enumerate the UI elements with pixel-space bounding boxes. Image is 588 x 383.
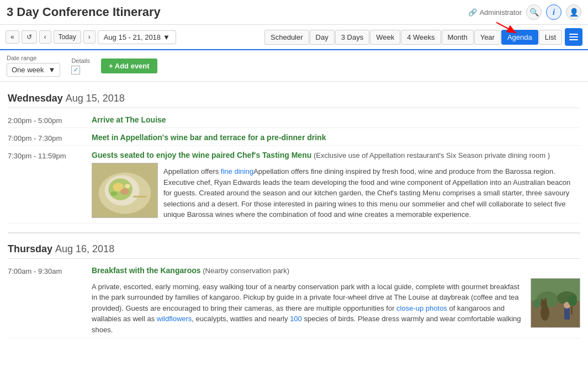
svg-point-17 <box>541 299 543 303</box>
tab-4weeks[interactable]: 4 Weeks <box>401 30 441 45</box>
event-row: 7:00am - 9:30am Breakfast with the Kanga… <box>8 263 580 339</box>
page-title: 3 Day Conference Itinerary <box>7 5 161 19</box>
tab-scheduler[interactable]: Scheduler <box>264 30 309 45</box>
dropdown-arrow: ▼ <box>49 66 56 74</box>
day-section-wednesday: Wednesday Aug 15, 2018 2:00pm - 5:00pm A… <box>8 87 580 224</box>
event-food-image <box>92 163 158 218</box>
kangaroo-event-content: A private, escorted, early morning, easy… <box>92 278 580 336</box>
kangaroo-image-svg <box>531 279 580 328</box>
nav-bar: « ↺ ‹ Today › Aug 15 - 21, 2018 ▼ Schedu… <box>0 25 588 50</box>
tab-3days[interactable]: 3 Days <box>335 30 369 45</box>
kangaroo-image <box>531 278 580 328</box>
date-range-control-label: Date range <box>7 55 60 61</box>
app-header: 3 Day Conference Itinerary 🔗 Administrat… <box>0 0 588 25</box>
calendar-content: Wednesday Aug 15, 2018 2:00pm - 5:00pm A… <box>0 82 588 353</box>
event-time: 7:00am - 9:30am <box>8 266 85 336</box>
event-title-line: Breakfast with the Kangaroos (Nearby con… <box>92 266 580 275</box>
day-separator <box>8 232 580 233</box>
svg-rect-23 <box>571 306 573 315</box>
header-actions: 🔗 Administrator 🔍 i 👤 <box>468 4 581 20</box>
info-button[interactable]: i <box>546 4 561 20</box>
nav-prev-prev-button[interactable]: « <box>6 30 19 44</box>
hamburger-line-3 <box>569 39 578 40</box>
thursday-date: Aug 16, 2018 <box>55 243 114 254</box>
food-image-svg <box>92 163 157 218</box>
event-body: Guests seated to enjoy the wine paired C… <box>92 151 580 220</box>
arrow-annotation: Agenda <box>501 30 538 45</box>
fine-dining-link[interactable]: fine dining <box>221 167 253 175</box>
tab-year[interactable]: Year <box>474 30 501 45</box>
event-time: 7:30pm - 11:59pm <box>8 151 85 220</box>
date-range-label[interactable]: Aug 15 - 21, 2018 ▼ <box>98 30 176 44</box>
hamburger-line-2 <box>569 36 578 38</box>
admin-link[interactable]: 🔗 Administrator <box>468 8 522 17</box>
menu-button[interactable] <box>565 28 582 46</box>
svg-point-22 <box>533 299 540 308</box>
day-section-thursday: Thursday Aug 16, 2018 7:00am - 9:30am Br… <box>8 238 580 339</box>
svg-point-13 <box>537 291 559 308</box>
controls-bar: Date range One week ▼ Details ✓ + Add ev… <box>0 50 588 82</box>
event-subtitle: (Nearby conservation park) <box>203 267 289 275</box>
event-body: Meet in Appellation's wine bar and terra… <box>92 133 580 142</box>
today-button[interactable]: Today <box>54 30 81 44</box>
nav-next-button[interactable]: › <box>83 30 96 44</box>
svg-rect-19 <box>564 307 570 320</box>
event-time: 7:00pm - 7:30pm <box>8 133 85 142</box>
search-button[interactable]: 🔍 <box>526 4 542 20</box>
event-content-with-image: Appellation offers fine diningAppellatio… <box>92 163 580 220</box>
hamburger-line-1 <box>569 34 578 35</box>
svg-point-7 <box>120 188 129 195</box>
nav-refresh-button[interactable]: ↺ <box>22 30 37 44</box>
event-subtitle: (Exclusive use of Appellation restaurant… <box>314 151 550 159</box>
event-time: 2:00pm - 5:00pm <box>8 115 85 125</box>
svg-point-8 <box>110 192 117 196</box>
event-title[interactable]: Guests seated to enjoy the wine paired C… <box>92 151 311 159</box>
tab-list[interactable]: List <box>539 30 562 45</box>
event-title-line: Guests seated to enjoy the wine paired C… <box>92 151 580 159</box>
svg-point-18 <box>544 298 547 302</box>
event-body: Arrive at The Louise <box>92 115 580 125</box>
view-tabs: Scheduler Day 3 Days Week 4 Weeks Month … <box>264 28 582 46</box>
tab-week[interactable]: Week <box>370 30 400 45</box>
event-row: 7:30pm - 11:59pm Guests seated to enjoy … <box>8 148 580 224</box>
event-description-text: A private, escorted, early morning, easy… <box>92 281 525 336</box>
user-button[interactable]: 👤 <box>566 4 581 20</box>
tab-day[interactable]: Day <box>310 30 335 45</box>
details-checkbox[interactable]: ✓ <box>71 66 80 75</box>
event-description: Appellation offers fine diningAppellatio… <box>163 166 580 220</box>
add-event-button[interactable]: + Add event <box>101 58 157 73</box>
date-range-control: Date range One week ▼ <box>7 55 60 77</box>
event-row: 2:00pm - 5:00pm Arrive at The Louise <box>8 113 580 128</box>
svg-point-21 <box>568 295 577 306</box>
kangaroo-description: A private, escorted, early morning, easy… <box>92 278 525 336</box>
event-title[interactable]: Meet in Appellation's wine bar and terra… <box>92 133 580 142</box>
svg-point-9 <box>125 184 130 188</box>
tab-agenda[interactable]: Agenda <box>501 30 538 45</box>
day-header-thursday: Thursday Aug 16, 2018 <box>8 238 580 259</box>
tab-month[interactable]: Month <box>442 30 474 45</box>
close-up-link[interactable]: close-up photos <box>396 304 447 312</box>
wednesday-date: Aug 15, 2018 <box>66 93 125 104</box>
day-header-wednesday: Wednesday Aug 15, 2018 <box>8 87 580 108</box>
nav-prev-button[interactable]: ‹ <box>39 30 51 44</box>
svg-rect-10 <box>133 196 147 198</box>
event-body: Breakfast with the Kangaroos (Nearby con… <box>92 266 580 336</box>
date-range-select[interactable]: One week ▼ <box>7 63 60 77</box>
wildflowers-link[interactable]: wildflowers <box>157 315 192 323</box>
event-row: 7:00pm - 7:30pm Meet in Appellation's wi… <box>8 130 580 146</box>
details-label: Details <box>71 57 90 64</box>
event-title[interactable]: Arrive at The Louise <box>92 115 580 124</box>
event-title[interactable]: Breakfast with the Kangaroos <box>92 266 201 275</box>
link-icon: 🔗 <box>468 8 477 17</box>
details-control: Details ✓ <box>71 57 90 75</box>
